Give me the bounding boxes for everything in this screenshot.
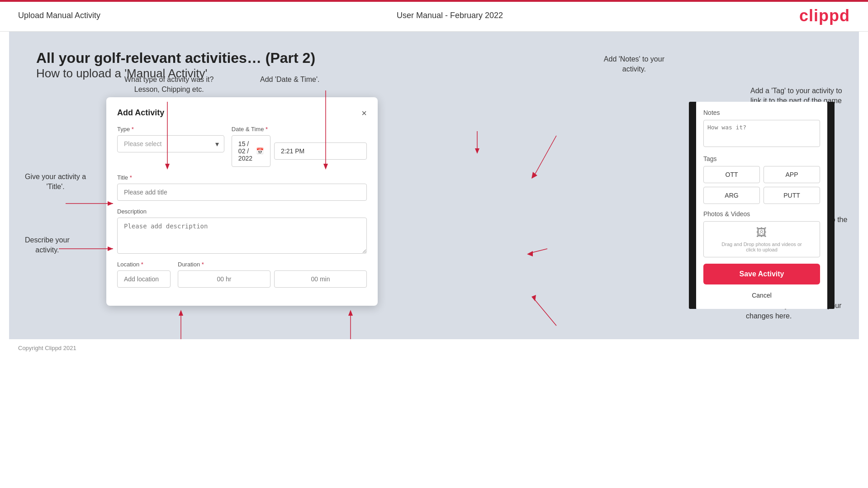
svg-marker-21	[531, 295, 536, 301]
tag-ott[interactable]: OTT	[703, 166, 760, 183]
svg-line-16	[534, 136, 556, 176]
dialog-close-button[interactable]: ×	[361, 109, 367, 118]
photos-label: Photos & Videos	[703, 210, 820, 218]
phone-frame-wrapper: Notes Tags OTT APP ARG PUTT Photos & Vid…	[696, 102, 827, 309]
duration-required: *	[202, 261, 204, 268]
title-label: Title *	[117, 174, 367, 181]
type-select-wrapper: Please select	[117, 135, 224, 152]
tag-arg[interactable]: ARG	[703, 187, 760, 204]
form-group-type: Type * Please select	[117, 126, 224, 167]
location-required: *	[141, 261, 143, 268]
add-activity-dialog: Add Activity × Type * Please select Date…	[106, 97, 378, 306]
type-select[interactable]: Please select	[117, 135, 224, 152]
description-textarea[interactable]	[117, 218, 367, 254]
form-row-type-datetime: Type * Please select Date & Time * 15 / …	[117, 126, 367, 167]
save-activity-button[interactable]: Save Activity	[703, 264, 820, 284]
calendar-icon: 📅	[256, 147, 264, 155]
description-label: Description	[117, 208, 367, 215]
time-input[interactable]	[274, 142, 367, 160]
footer: Copyright Clippd 2021	[0, 339, 868, 357]
duration-hr-input[interactable]	[178, 270, 270, 288]
main-content: All your golf-relevant activities… (Part…	[9, 32, 859, 339]
svg-line-18	[529, 249, 547, 253]
location-label: Location *	[117, 261, 171, 268]
svg-marker-17	[531, 172, 537, 179]
duration-group	[178, 270, 367, 288]
tags-grid: OTT APP ARG PUTT	[703, 166, 820, 204]
datetime-label: Date & Time *	[232, 126, 367, 133]
tags-label: Tags	[703, 155, 820, 162]
title-input[interactable]	[117, 184, 367, 201]
tag-putt[interactable]: PUTT	[764, 187, 820, 204]
dialog-title: Add Activity	[117, 108, 164, 118]
cancel-link[interactable]: Cancel	[703, 289, 820, 302]
location-input[interactable]	[117, 270, 171, 288]
form-group-description: Description	[117, 208, 367, 254]
svg-marker-19	[527, 251, 533, 256]
svg-marker-12	[348, 310, 353, 316]
phone-side-right	[827, 102, 835, 309]
date-time-group: 15 / 02 / 2022 📅	[232, 135, 367, 167]
manual-subtitle: User Manual - February 2022	[397, 11, 503, 20]
copyright: Copyright Clippd 2021	[18, 345, 76, 351]
heading-bold: All your golf-relevant activities… (Part…	[36, 50, 832, 66]
notes-label: Notes	[703, 109, 820, 116]
upload-text: Drag and Drop photos and videos or click…	[721, 242, 802, 252]
form-row-location-duration: Location * Duration *	[117, 261, 367, 288]
page-title: Upload Manual Activity	[18, 11, 100, 20]
logo: clippd	[799, 6, 850, 25]
phone-content: Notes Tags OTT APP ARG PUTT Photos & Vid…	[696, 102, 827, 309]
annotation-notes: Add 'Notes' to your activity.	[604, 54, 664, 75]
form-group-datetime: Date & Time * 15 / 02 / 2022 📅	[232, 126, 367, 167]
form-group-title: Title *	[117, 174, 367, 201]
duration-label: Duration *	[178, 261, 367, 268]
datetime-required: *	[266, 126, 268, 133]
annotation-description: Describe your activity.	[25, 235, 70, 256]
duration-min-input[interactable]	[274, 270, 367, 288]
type-required: *	[132, 126, 134, 133]
annotation-title: Give your activity a 'Title'.	[25, 172, 86, 192]
notes-textarea[interactable]	[703, 120, 820, 147]
upload-icon: 🖼	[756, 226, 767, 239]
phone-side-left	[689, 102, 696, 309]
upload-area[interactable]: 🖼 Drag and Drop photos and videos or cli…	[703, 221, 820, 257]
form-group-duration: Duration *	[178, 261, 367, 288]
type-label: Type *	[117, 126, 224, 133]
annotation-datetime: Add 'Date & Time'.	[260, 75, 320, 85]
phone-panel: Notes Tags OTT APP ARG PUTT Photos & Vid…	[696, 102, 827, 309]
top-bar: Upload Manual Activity User Manual - Feb…	[0, 0, 868, 32]
date-input[interactable]: 15 / 02 / 2022 📅	[232, 135, 270, 167]
dialog-header: Add Activity ×	[117, 108, 367, 118]
annotation-type: What type of activity was it? Lesson, Ch…	[124, 75, 213, 95]
form-group-location: Location *	[117, 261, 171, 288]
tag-app[interactable]: APP	[764, 166, 820, 183]
svg-marker-15	[475, 148, 479, 154]
svg-line-20	[534, 298, 556, 326]
title-required: *	[130, 174, 132, 181]
svg-marker-9	[179, 310, 183, 316]
